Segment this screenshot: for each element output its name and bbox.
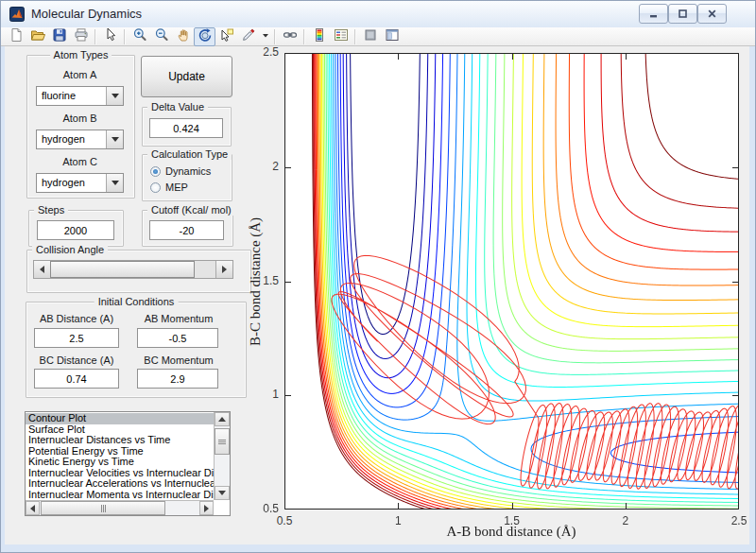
maximize-button[interactable]	[668, 4, 697, 24]
collision-angle-title: Collision Angle	[32, 244, 108, 255]
atom-c-value: hydrogen	[42, 177, 85, 188]
list-item[interactable]: Internuclear Distances vs Time	[26, 435, 214, 446]
toolbar-data-cursor-button[interactable]	[215, 27, 237, 46]
delta-value-field[interactable]	[149, 118, 223, 138]
window-frame-bottom	[1, 544, 755, 552]
zoom-in-icon	[132, 27, 147, 46]
list-item[interactable]: Internuclear Accelerations vs Internucle…	[26, 478, 214, 490]
toolbar-zoom-in-button[interactable]	[129, 27, 150, 46]
y-tick-label: 2.5	[245, 45, 279, 59]
calculation-type-panel: Calculation Type	[142, 154, 232, 201]
edit-plot-icon	[103, 27, 118, 46]
scroll-right-button[interactable]	[199, 501, 214, 515]
list-item[interactable]: Contour Plot	[26, 413, 214, 424]
close-button[interactable]	[697, 4, 727, 24]
arrow-right-icon	[204, 505, 209, 512]
atom-b-label: Atom B	[26, 112, 133, 124]
slider-right-arrow[interactable]	[215, 261, 232, 278]
atom-types-title: Atom Types	[50, 49, 112, 60]
ab-momentum-field[interactable]	[137, 328, 218, 348]
listbox-vertical-scrollbar[interactable]	[214, 412, 230, 500]
save-figure-icon	[52, 27, 67, 46]
mep-radio-row[interactable]: MEP	[150, 181, 188, 193]
delta-value-title: Delta Value	[147, 101, 208, 112]
contour-plot-canvas[interactable]	[284, 53, 739, 510]
bc-distance-field[interactable]	[34, 369, 119, 389]
matlab-logo-icon	[9, 7, 25, 22]
arrow-up-icon	[218, 417, 226, 422]
toolbar-hide-plot-tools-button[interactable]	[359, 27, 381, 46]
toolbar-new-figure-button[interactable]	[5, 27, 26, 46]
arrow-right-icon	[222, 266, 227, 273]
atom-b-dropdown-button[interactable]	[106, 130, 123, 148]
scroll-up-button[interactable]	[215, 412, 230, 426]
toolbar-pan-button[interactable]	[172, 27, 194, 46]
horizontal-scroll-thumb[interactable]	[41, 501, 165, 515]
arrow-down-icon	[218, 491, 226, 495]
x-tick-label: 1	[382, 514, 414, 527]
toolbar-brush-caret[interactable]	[259, 27, 271, 46]
bc-momentum-field[interactable]	[137, 369, 218, 389]
slider-left-arrow[interactable]	[34, 261, 51, 278]
plot-type-listbox[interactable]: Contour PlotSurface PlotInternuclear Dis…	[25, 411, 231, 516]
ab-momentum-label: AB Momentum	[135, 313, 222, 324]
slider-thumb[interactable]	[50, 261, 195, 278]
toolbar-rotate-3d-button[interactable]	[194, 27, 215, 46]
thumb-grip	[103, 505, 104, 512]
mep-radio-label: MEP	[165, 181, 188, 193]
chevron-down-icon	[112, 94, 119, 98]
toolbar-separator	[354, 29, 356, 44]
ab-distance-field[interactable]	[34, 328, 119, 348]
data-cursor-icon	[219, 27, 234, 46]
toolbar-zoom-out-button[interactable]	[150, 27, 172, 46]
open-file-icon	[30, 27, 45, 46]
toolbar-brush-button[interactable]	[237, 27, 259, 46]
toolbar-save-figure-button[interactable]	[48, 27, 70, 46]
dynamics-radio-label: Dynamics	[165, 165, 211, 177]
arrow-left-icon	[30, 505, 35, 512]
toolbar-open-file-button[interactable]	[26, 27, 48, 46]
titlebar[interactable]: Molecular Dynamics	[1, 1, 755, 28]
listbox-horizontal-scrollbar[interactable]	[26, 500, 214, 515]
initial-conditions-title: Initial Conditions	[94, 296, 179, 307]
plot-type-list: Contour PlotSurface PlotInternuclear Dis…	[26, 413, 214, 500]
y-tick-label: 1	[245, 388, 279, 401]
toolbar-link-plot-button[interactable]	[279, 27, 301, 46]
scroll-left-button[interactable]	[26, 501, 40, 515]
dynamics-radio-row[interactable]: Dynamics	[150, 165, 211, 177]
atom-a-value: fluorine	[42, 90, 76, 101]
vertical-scroll-thumb[interactable]	[215, 428, 230, 455]
window-frame-right	[749, 27, 755, 552]
brush-caret-icon	[262, 27, 269, 46]
thumb-grip	[218, 441, 226, 442]
toolbar-separator	[303, 29, 305, 44]
list-item[interactable]: Internuclear Momenta vs Internuclear Dis…	[26, 490, 214, 501]
atom-a-dropdown-button[interactable]	[106, 87, 123, 105]
steps-field[interactable]	[37, 220, 114, 240]
minimize-button[interactable]	[639, 4, 668, 24]
atom-a-dropdown[interactable]: fluorine	[36, 86, 124, 106]
mep-radio[interactable]	[150, 182, 161, 193]
atom-c-dropdown-button[interactable]	[106, 174, 123, 192]
atom-c-dropdown[interactable]: hydrogen	[36, 173, 124, 193]
scroll-down-button[interactable]	[215, 486, 230, 500]
toolbar-insert-legend-button[interactable]	[330, 27, 352, 46]
x-tick-label: 0.5	[268, 514, 301, 527]
toolbar-edit-plot-button[interactable]	[99, 27, 121, 46]
atom-b-dropdown[interactable]: hydrogen	[36, 130, 124, 149]
toolbar-print-figure-button[interactable]	[70, 27, 92, 46]
toolbar-insert-colorbar-button[interactable]	[308, 27, 330, 46]
list-item[interactable]: Kinetic Energy vs Time	[26, 457, 214, 468]
cutoff-field[interactable]	[149, 220, 224, 240]
update-button[interactable]: Update	[141, 56, 232, 97]
collision-angle-slider[interactable]	[33, 260, 233, 279]
maximize-icon	[678, 9, 688, 19]
dynamics-radio[interactable]	[150, 166, 161, 177]
print-figure-icon	[74, 27, 89, 46]
insert-colorbar-icon	[312, 27, 327, 46]
toolbar-dock-figure-button[interactable]	[381, 27, 403, 46]
insert-legend-icon	[334, 27, 349, 46]
y-tick-label: 2	[245, 160, 279, 173]
x-tick-label: 2	[610, 514, 642, 527]
chevron-down-icon	[112, 137, 119, 142]
